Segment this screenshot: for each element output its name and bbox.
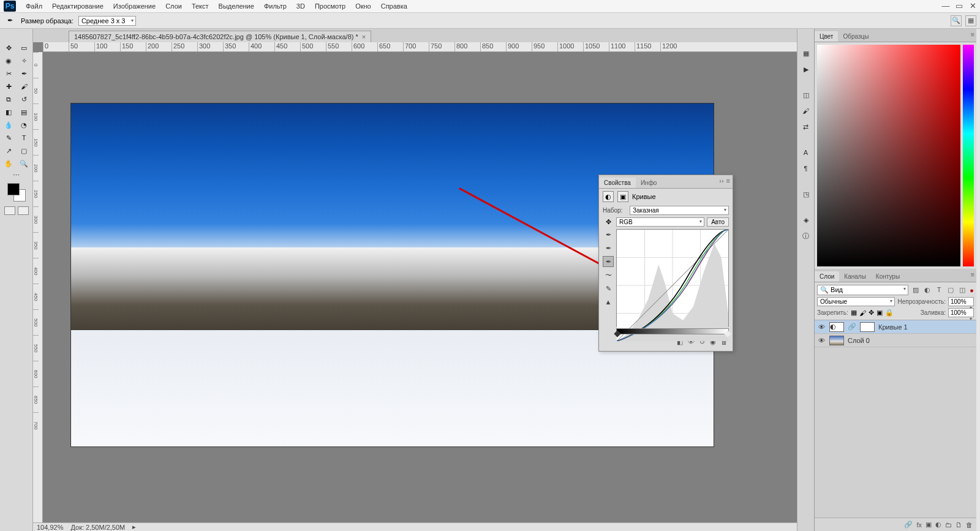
filter-type-icon[interactable]: T bbox=[934, 286, 944, 293]
layer-mask-icon[interactable]: ▣ bbox=[925, 521, 932, 529]
libraries-icon[interactable]: ◫ bbox=[800, 89, 812, 101]
paragraph-icon[interactable]: ¶ bbox=[800, 162, 812, 175]
tab-properties[interactable]: Свойства bbox=[599, 178, 636, 188]
tab-layers[interactable]: Слои bbox=[815, 271, 839, 282]
path-tool[interactable]: ↗ bbox=[2, 145, 15, 156]
menu-filter[interactable]: Фильтр bbox=[259, 2, 292, 10]
menu-type[interactable]: Текст bbox=[187, 2, 214, 10]
shape-tool[interactable]: ▢ bbox=[17, 145, 31, 156]
adjustments-icon[interactable]: ⇄ bbox=[800, 121, 812, 133]
opacity-input[interactable]: 100% bbox=[948, 297, 974, 306]
new-layer-icon[interactable]: 🗋 bbox=[956, 521, 962, 529]
visibility-icon[interactable]: 👁 bbox=[817, 337, 826, 344]
channel-dropdown[interactable]: RGB bbox=[616, 217, 704, 227]
eyedropper-tool[interactable]: ✒ bbox=[17, 68, 31, 79]
layer-kind-filter[interactable]: 🔍 Вид bbox=[817, 285, 908, 295]
layer-effects-icon[interactable]: fx bbox=[916, 521, 922, 529]
adjustment-thumbnail[interactable]: ◐ bbox=[829, 322, 844, 332]
filter-smart-icon[interactable]: ◫ bbox=[957, 286, 967, 294]
3d-icon[interactable]: ◳ bbox=[800, 188, 812, 200]
dodge-tool[interactable]: ◔ bbox=[17, 119, 31, 130]
lock-artboard-icon[interactable]: ▣ bbox=[876, 309, 883, 317]
filter-pixel-icon[interactable]: ▨ bbox=[911, 286, 921, 294]
blend-mode-dropdown[interactable]: Обычные bbox=[817, 297, 895, 306]
menu-layers[interactable]: Слои bbox=[160, 2, 187, 10]
properties-icon[interactable]: ◈ bbox=[800, 214, 812, 226]
lock-transparent-icon[interactable]: ▦ bbox=[851, 309, 857, 317]
foreground-background-swatch[interactable] bbox=[7, 183, 26, 201]
black-point-eyedropper[interactable]: ✒ bbox=[603, 229, 614, 240]
quickmask-toggle[interactable] bbox=[4, 206, 15, 215]
tab-paths[interactable]: Контуры bbox=[871, 271, 905, 282]
menu-help[interactable]: Справка bbox=[376, 2, 412, 10]
brushes-icon[interactable]: 🖌 bbox=[800, 105, 812, 117]
filter-adjust-icon[interactable]: ◐ bbox=[922, 286, 932, 294]
tab-channels[interactable]: Каналы bbox=[839, 271, 871, 282]
layer-name[interactable]: Слой 0 bbox=[848, 337, 870, 344]
color-panel-menu-icon[interactable]: ≡ bbox=[971, 31, 974, 38]
visibility-icon[interactable]: 👁 bbox=[817, 323, 826, 331]
hue-slider[interactable] bbox=[963, 45, 974, 266]
zoom-tool[interactable]: 🔍 bbox=[17, 158, 31, 169]
mask-thumbnail[interactable] bbox=[860, 322, 875, 332]
pen-tool[interactable]: ✎ bbox=[2, 132, 15, 143]
workspace-icon[interactable]: ▦ bbox=[965, 15, 976, 26]
lock-position-icon[interactable]: ✥ bbox=[869, 309, 874, 317]
lasso-tool[interactable]: ◉ bbox=[2, 55, 15, 66]
menu-select[interactable]: Выделение bbox=[214, 2, 259, 10]
crop-tool[interactable]: ✂ bbox=[2, 68, 15, 79]
lock-image-icon[interactable]: 🖌 bbox=[859, 309, 866, 317]
curve-pencil-icon[interactable]: ✎ bbox=[603, 283, 614, 294]
document-tab[interactable]: 1485607827_5c1f4ff2-86bc-4b59-b07a-4c3fc… bbox=[69, 31, 371, 42]
close-button[interactable]: ✕ bbox=[968, 1, 978, 10]
maximize-button[interactable]: ▭ bbox=[954, 1, 964, 10]
eraser-tool[interactable]: ◧ bbox=[2, 107, 15, 118]
tab-swatches[interactable]: Образцы bbox=[838, 31, 873, 42]
stamp-tool[interactable]: ⧉ bbox=[2, 94, 15, 105]
search-icon[interactable]: 🔍 bbox=[951, 15, 962, 26]
history-icon[interactable]: ▦ bbox=[800, 47, 812, 59]
hand-tool[interactable]: ✋ bbox=[2, 158, 15, 169]
healing-tool[interactable]: ✚ bbox=[2, 81, 15, 92]
layers-panel-menu-icon[interactable]: ≡ bbox=[971, 271, 974, 278]
marquee-tool[interactable]: ▭ bbox=[17, 42, 31, 53]
menu-image[interactable]: Изображение bbox=[108, 2, 160, 10]
menu-file[interactable]: Файл bbox=[21, 2, 47, 10]
layer-name[interactable]: Кривые 1 bbox=[878, 323, 908, 331]
sample-size-dropdown[interactable]: Среднее 3 x 3 bbox=[78, 16, 136, 26]
brush-tool[interactable]: 🖌 bbox=[17, 81, 31, 92]
new-group-icon[interactable]: 🗀 bbox=[945, 521, 952, 529]
layer-row[interactable]: 👁 ◐ 🔗 Кривые 1 bbox=[815, 320, 976, 334]
fill-input[interactable]: 100% bbox=[948, 308, 974, 317]
curves-graph[interactable] bbox=[616, 229, 729, 327]
curve-clip-icon[interactable]: ▲ bbox=[603, 296, 614, 307]
history-brush-tool[interactable]: ↺ bbox=[17, 94, 31, 105]
menu-view[interactable]: Просмотр bbox=[310, 2, 350, 10]
screenmode-toggle[interactable] bbox=[18, 206, 29, 215]
link-icon[interactable]: 🔗 bbox=[848, 323, 856, 331]
tab-info[interactable]: Инфо bbox=[636, 178, 662, 188]
input-range-slider[interactable] bbox=[616, 328, 729, 334]
collapse-icon[interactable]: ›› bbox=[719, 177, 723, 184]
edit-toolbar-button[interactable]: ⋯ bbox=[13, 171, 20, 179]
white-point-eyedropper[interactable]: ✒ bbox=[603, 256, 614, 267]
menu-3d[interactable]: 3D bbox=[292, 2, 310, 10]
zoom-readout[interactable]: 104,92% bbox=[37, 524, 63, 531]
layer-row[interactable]: 👁 Слой 0 bbox=[815, 334, 976, 347]
target-adjustment-icon[interactable]: ✥ bbox=[603, 218, 614, 226]
actions-icon[interactable]: ▶ bbox=[800, 63, 812, 75]
tab-color[interactable]: Цвет bbox=[815, 31, 838, 42]
character-icon[interactable]: A bbox=[800, 146, 812, 159]
filter-shape-icon[interactable]: ▢ bbox=[946, 286, 956, 294]
lock-all-icon[interactable]: 🔒 bbox=[885, 309, 894, 317]
curve-edit-icon[interactable]: 〜 bbox=[603, 269, 614, 281]
gray-point-eyedropper[interactable]: ✒ bbox=[603, 243, 614, 254]
panel-menu-icon[interactable]: ≡ bbox=[726, 177, 730, 184]
properties-panel[interactable]: Свойства Инфо ›› ≡ ◐ ▣ Кривые Набор: Зак… bbox=[598, 175, 733, 352]
gradient-tool[interactable]: ▤ bbox=[17, 107, 31, 118]
layer-thumbnail[interactable] bbox=[829, 336, 844, 345]
menu-window[interactable]: Окно bbox=[350, 2, 376, 10]
menu-edit[interactable]: Редактирование bbox=[47, 2, 108, 10]
filter-toggle-icon[interactable]: ● bbox=[970, 287, 974, 294]
color-field[interactable] bbox=[817, 45, 960, 266]
